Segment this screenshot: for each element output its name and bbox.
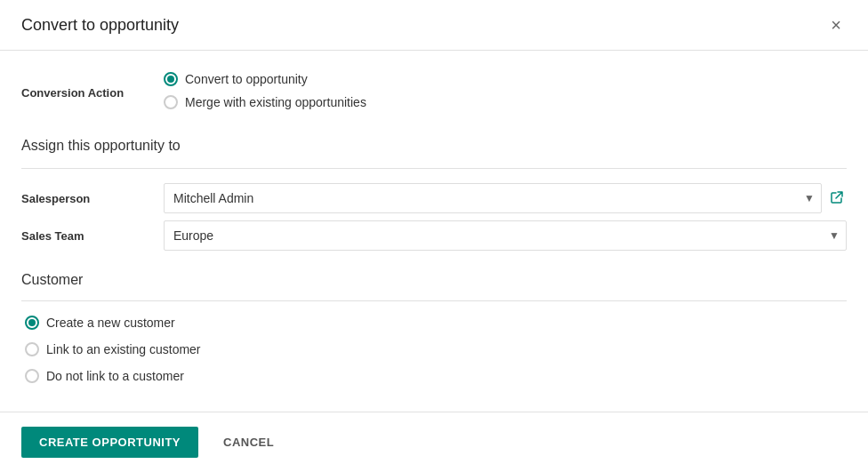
- assign-divider: [21, 168, 847, 169]
- dialog-header: Convert to opportunity ×: [0, 0, 868, 51]
- conversion-action-section: Conversion Action Convert to opportunity…: [21, 72, 847, 109]
- sales-team-select[interactable]: Europe: [164, 220, 847, 251]
- radio-no-customer[interactable]: Do not link to a customer: [25, 369, 847, 383]
- cancel-button[interactable]: CANCEL: [209, 427, 288, 458]
- conversion-radio-group: Convert to opportunity Merge with existi…: [164, 72, 366, 109]
- salesperson-select-wrapper: Mitchell Admin ▼: [164, 183, 822, 213]
- radio-link-existing-customer[interactable]: Link to an existing customer: [25, 342, 847, 356]
- radio-convert-circle: [164, 72, 178, 86]
- radio-convert-to-opportunity[interactable]: Convert to opportunity: [164, 72, 366, 86]
- customer-section-title: Customer: [21, 272, 847, 288]
- convert-opportunity-dialog: Convert to opportunity × Conversion Acti…: [0, 0, 868, 472]
- customer-section: Customer Create a new customer Link to a…: [21, 272, 847, 383]
- assign-section: Assign this opportunity to Salesperson M…: [21, 131, 847, 251]
- conversion-action-label: Conversion Action: [21, 83, 164, 100]
- dialog-body: Conversion Action Convert to opportunity…: [0, 51, 868, 390]
- radio-none-label: Do not link to a customer: [46, 369, 184, 383]
- salesperson-field: Mitchell Admin ▼: [164, 183, 847, 213]
- radio-merge-circle: [164, 95, 178, 109]
- assign-section-title: Assign this opportunity to: [21, 131, 847, 154]
- radio-merge-label: Merge with existing opportunities: [185, 95, 366, 109]
- dialog-footer: CREATE OPPORTUNITY CANCEL: [0, 412, 868, 472]
- radio-create-new-customer[interactable]: Create a new customer: [25, 316, 847, 330]
- sales-team-field: Europe ▼: [164, 220, 847, 251]
- conversion-action-row: Conversion Action Convert to opportunity…: [21, 72, 847, 109]
- salesperson-row: Salesperson Mitchell Admin ▼: [21, 183, 847, 213]
- close-button[interactable]: ×: [825, 14, 847, 36]
- salesperson-external-link[interactable]: [827, 188, 847, 210]
- radio-merge-opportunities[interactable]: Merge with existing opportunities: [164, 95, 366, 109]
- dialog-title: Convert to opportunity: [21, 16, 179, 35]
- sales-team-row: Sales Team Europe ▼: [21, 220, 847, 251]
- salesperson-label: Salesperson: [21, 192, 164, 205]
- sales-team-label: Sales Team: [21, 229, 164, 243]
- radio-existing-label: Link to an existing customer: [46, 342, 201, 356]
- create-opportunity-button[interactable]: CREATE OPPORTUNITY: [21, 427, 198, 458]
- radio-create-label: Create a new customer: [46, 316, 175, 330]
- customer-divider: [21, 300, 847, 301]
- radio-existing-circle: [25, 342, 39, 356]
- radio-convert-label: Convert to opportunity: [185, 72, 308, 86]
- customer-radio-group: Create a new customer Link to an existin…: [21, 316, 847, 383]
- radio-create-circle: [25, 316, 39, 330]
- radio-none-circle: [25, 369, 39, 383]
- salesperson-select[interactable]: Mitchell Admin: [164, 183, 822, 213]
- sales-team-select-wrapper: Europe ▼: [164, 220, 847, 251]
- conversion-action-options: Convert to opportunity Merge with existi…: [164, 72, 847, 109]
